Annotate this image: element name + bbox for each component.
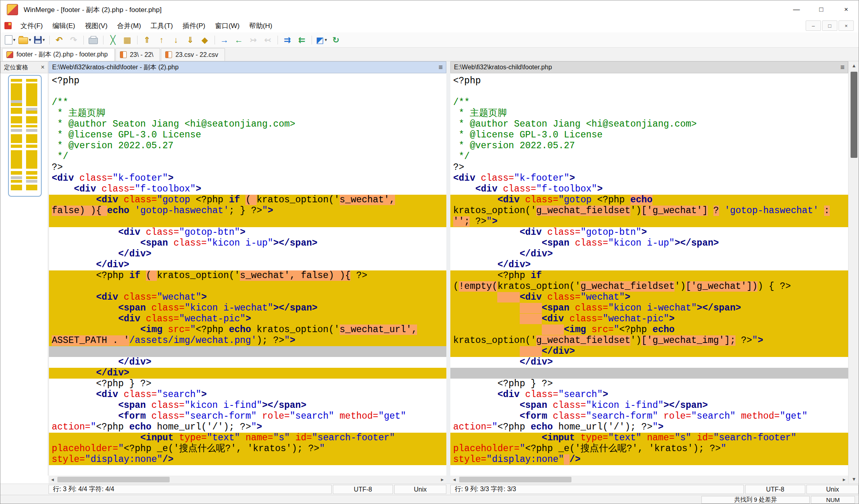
right-pane-header[interactable]: E:\Web\fi32\kratos-child\footer.php ≡: [450, 61, 848, 73]
locmap-diff-block[interactable]: [11, 116, 22, 123]
location-pane-close-icon[interactable]: ×: [41, 64, 45, 71]
menu-item[interactable]: 插件(P): [178, 20, 210, 32]
save-button[interactable]: ▾: [32, 34, 47, 46]
horizontal-scrollbar-thumb[interactable]: [57, 477, 170, 482]
locmap-diff-block[interactable]: [26, 150, 37, 169]
locmap-diff-block[interactable]: [11, 103, 22, 106]
locmap-diff-block[interactable]: [11, 108, 22, 111]
locmap-diff-block[interactable]: [11, 180, 22, 183]
locmap-diff-block[interactable]: [26, 125, 37, 127]
compare-tab-icon: [165, 51, 172, 58]
right-code-pane[interactable]: <?php/** * 主题页脚 * @author Seaton Jiang <…: [450, 73, 848, 476]
close-button[interactable]: ×: [834, 0, 859, 19]
auto-merge-button[interactable]: ◩▾: [314, 34, 329, 46]
locmap-diff-block[interactable]: [26, 129, 37, 132]
tab-2[interactable]: 23\ - 22\: [115, 48, 160, 61]
locmap-diff-block[interactable]: [11, 100, 22, 103]
locmap-diff-block[interactable]: [26, 108, 37, 111]
locmap-diff-block[interactable]: [11, 134, 22, 143]
vertical-scrollbar[interactable]: ▲ ▼: [848, 61, 859, 484]
encoding-status: UTF-8: [333, 485, 393, 494]
menu-item[interactable]: 窗口(W): [210, 20, 244, 32]
locmap-diff-block[interactable]: [26, 171, 37, 175]
locmap-diff-block[interactable]: [11, 150, 22, 169]
locmap-diff-block[interactable]: [11, 171, 22, 175]
current-diff-button[interactable]: ◆: [198, 34, 212, 46]
menu-item[interactable]: 工具(T): [146, 20, 178, 32]
save-icon: [34, 36, 42, 44]
locmap-diff-block[interactable]: [11, 79, 22, 82]
mdi-restore-button[interactable]: □: [822, 20, 837, 31]
dropdown-caret-icon[interactable]: ▾: [13, 37, 16, 42]
undo-button[interactable]: ↶: [52, 34, 67, 46]
left-code-pane[interactable]: <?php/** * 主题页脚 * @author Seaton Jiang <…: [49, 73, 446, 476]
locmap-diff-block[interactable]: [26, 103, 37, 106]
locmap-diff-block[interactable]: [26, 185, 37, 190]
location-pane-map[interactable]: [0, 73, 48, 476]
cursor-position-status: 行: 9 列: 3/3 字符: 3/3: [450, 485, 744, 494]
diff-context-button[interactable]: ▦: [120, 34, 135, 46]
scroll-right-icon[interactable]: ►: [438, 477, 446, 482]
mdi-document-icon[interactable]: [4, 22, 12, 29]
copy-all-right-button[interactable]: ⇉: [280, 34, 295, 46]
report-button[interactable]: [86, 34, 101, 46]
right-horizontal-scrollbar[interactable]: ◄ ►: [450, 476, 848, 484]
locmap-diff-block[interactable]: [26, 116, 37, 123]
scroll-up-icon[interactable]: ▲: [849, 61, 859, 70]
locmap-diff-block[interactable]: [26, 83, 37, 100]
code-line: * @version 2022.05.27: [49, 141, 446, 151]
dropdown-caret-icon[interactable]: ▾: [29, 37, 31, 42]
dropdown-caret-icon[interactable]: ▾: [325, 37, 327, 42]
locmap-diff-block[interactable]: [11, 111, 22, 114]
locmap-diff-block[interactable]: [26, 180, 37, 183]
copy-right-button[interactable]: →: [217, 34, 232, 46]
last-diff-button[interactable]: ⇓: [183, 34, 198, 46]
locmap-diff-block[interactable]: [11, 83, 22, 100]
scrollbar-track[interactable]: [57, 476, 438, 484]
select-line-diff-button[interactable]: ╳: [106, 34, 120, 46]
copy-all-left-button[interactable]: ⇇: [295, 34, 309, 46]
refresh-button[interactable]: ↻: [329, 34, 343, 46]
minimize-button[interactable]: —: [784, 0, 809, 19]
menu-item[interactable]: 编辑(E): [48, 20, 80, 32]
scroll-left-icon[interactable]: ◄: [450, 477, 458, 482]
left-horizontal-scrollbar[interactable]: ◄ ►: [49, 476, 446, 484]
locmap-diff-block[interactable]: [11, 176, 22, 179]
tab-1[interactable]: footer - 副本 (2).php - footer.php: [2, 48, 115, 61]
horizontal-scrollbar-thumb[interactable]: [459, 477, 571, 482]
locmap-diff-block[interactable]: [26, 79, 37, 82]
hamburger-menu-icon[interactable]: ≡: [438, 63, 443, 72]
menu-item[interactable]: 合并(M): [112, 20, 146, 32]
open-button[interactable]: ▾: [17, 34, 32, 46]
scroll-left-icon[interactable]: ◄: [49, 477, 57, 482]
copy-left-button[interactable]: ←: [232, 34, 246, 46]
locmap-diff-block[interactable]: [11, 145, 22, 148]
locmap-diff-block[interactable]: [26, 100, 37, 103]
first-diff-button[interactable]: ⇑: [140, 34, 154, 46]
mdi-minimize-button[interactable]: –: [806, 20, 821, 31]
menu-item[interactable]: 文件(F): [16, 20, 48, 32]
locmap-diff-block[interactable]: [26, 134, 37, 143]
left-pane-header[interactable]: E:\Web\fi32\kratos-child\footer - 副本 (2)…: [49, 61, 446, 73]
locmap-diff-block[interactable]: [26, 111, 37, 114]
tab-3[interactable]: 23.csv - 22.csv: [161, 48, 225, 61]
locmap-diff-block[interactable]: [11, 125, 22, 127]
scrollbar-track[interactable]: [458, 476, 840, 484]
locmap-diff-block[interactable]: [11, 129, 22, 132]
next-diff-button[interactable]: ↓: [169, 34, 183, 46]
mdi-close-button[interactable]: ×: [839, 20, 854, 31]
dropdown-caret-icon[interactable]: ▾: [43, 37, 45, 42]
scroll-right-icon[interactable]: ►: [840, 477, 848, 482]
locmap-diff-block[interactable]: [26, 176, 37, 179]
scroll-down-icon[interactable]: ▼: [849, 475, 859, 484]
maximize-button[interactable]: □: [809, 0, 834, 19]
menu-item[interactable]: 帮助(H): [244, 20, 277, 32]
locmap-diff-block[interactable]: [26, 145, 37, 148]
locmap-diff-block[interactable]: [11, 185, 22, 190]
menu-item[interactable]: 视图(V): [80, 20, 112, 32]
prev-diff-button[interactable]: ↑: [154, 34, 169, 46]
new-button[interactable]: ▾: [3, 34, 17, 46]
pane-splitter[interactable]: [446, 61, 450, 484]
hamburger-menu-icon[interactable]: ≡: [840, 63, 845, 72]
vertical-scrollbar-thumb[interactable]: [851, 72, 857, 158]
